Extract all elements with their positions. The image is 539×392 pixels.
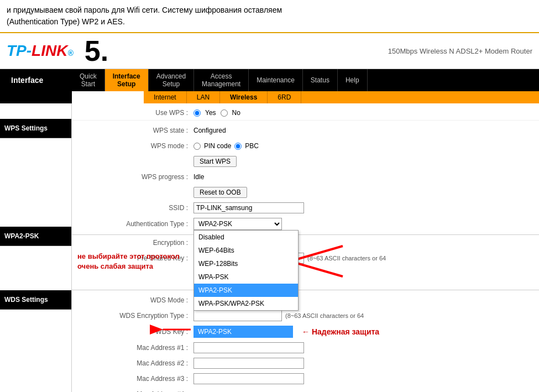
sub-nav-lan[interactable]: LAN — [187, 91, 220, 103]
wps-mode-pbc-radio[interactable] — [234, 143, 242, 150]
pre-shared-key-hint: (8~63 ASCII characters or 64 — [307, 255, 386, 262]
auth-type-value: Disabled WEP-64Bits WEP-128Bits WPA-PSK … — [193, 218, 282, 230]
mac3-row: Mac Address #3 : — [72, 371, 539, 386]
mac1-input[interactable] — [193, 342, 304, 353]
mac1-row: Mac Address #1 : — [72, 340, 539, 356]
dropdown-option-wep64[interactable]: WEP-64Bits — [194, 244, 298, 257]
use-wps-row: Use WPS : Yes No — [72, 106, 539, 121]
wps-progress-value: Idle — [193, 173, 204, 181]
encryption-label: Encryption : — [83, 239, 193, 247]
wps-progress-row: WPS progress : Idle — [72, 169, 539, 185]
tp-link-logo: TP-LINK® — [7, 42, 74, 60]
sub-nav-spacer — [0, 91, 72, 103]
sub-nav-internet[interactable]: Internet — [144, 91, 187, 103]
nav-item-access-management[interactable]: Access Management — [194, 69, 249, 91]
warning-annotation: не выбирайте этот протокол очень слабая … — [77, 252, 180, 271]
nav-item-maintenance[interactable]: Maintenance — [249, 69, 303, 91]
nav-item-help[interactable]: Help — [338, 69, 368, 91]
dropdown-option-both[interactable]: WPA-PSK/WPA2-PSK — [194, 297, 298, 310]
mac3-label: Mac Address #3 : — [83, 375, 193, 383]
wps-section: WPS state : Configured WPS mode : PIN co… — [72, 121, 539, 235]
wps-state-value: Configured — [193, 127, 226, 134]
wds-enc-type-row: WDS Encryption Type : (8~63 ASCII charac… — [72, 308, 539, 323]
start-wps-button[interactable]: Start WPS — [193, 156, 237, 167]
content-area: WPS Settings WPA2-PSK WDS Settings Use W… — [0, 103, 539, 392]
wds-mode-label: WDS Mode : — [83, 296, 193, 304]
mac2-row: Mac Address #2 : — [72, 356, 539, 371]
wds-enc-type-label: WDS Encryption Type : — [83, 312, 193, 320]
sub-nav: Internet LAN Wireless 6RD — [144, 91, 539, 103]
nav-bar: Interface Quick Start Interface Setup Ad… — [0, 69, 539, 91]
wps-mode-value: PIN code PBC — [193, 142, 259, 150]
mac3-input[interactable] — [193, 373, 304, 384]
use-wps-value: Yes No — [193, 109, 240, 117]
use-wps-yes-label: Yes — [205, 109, 216, 117]
ssid-row: SSID : — [72, 200, 539, 216]
wds-section: WDS Mode : WDS Encryption Type : (8~63 A… — [72, 290, 539, 392]
mac4-row: Mac Address #4 : 00.00.00.00.00.00 — [72, 386, 539, 392]
wps-mode-pin-radio[interactable] — [193, 143, 201, 150]
main-content: Use WPS : Yes No WPS state : Configured … — [72, 103, 539, 392]
reliable-annotation: ← Надежная защита — [302, 327, 379, 336]
top-text-line1: и придумываем свой пароль для Wifi сети.… — [7, 4, 532, 16]
nav-item-interface-setup[interactable]: Interface Setup — [105, 69, 149, 91]
wps-state-label: WPS state : — [83, 127, 193, 134]
sidebar-wds-settings: WDS Settings — [0, 290, 71, 310]
mac2-input[interactable] — [193, 358, 304, 369]
nav-items: Quick Start Interface Setup Advanced Set… — [72, 69, 539, 91]
nav-item-status[interactable]: Status — [303, 69, 338, 91]
sidebar-wps-settings: WPS Settings — [0, 119, 71, 138]
wpa2-section: не выбирайте этот протокол очень слабая … — [72, 235, 539, 290]
ssid-input[interactable] — [193, 202, 304, 213]
mac2-label: Mac Address #2 : — [83, 359, 193, 367]
wds-key-value: WPA2-PSK ← Надежная защита — [193, 326, 379, 338]
wds-enc-type-value: (8~63 ASCII characters or 64 — [193, 310, 364, 321]
dropdown-option-wpapsk[interactable]: WPA-PSK — [194, 270, 298, 284]
top-text: и придумываем свой пароль для Wifi сети.… — [0, 0, 539, 33]
wps-mode-label: WPS mode : — [83, 142, 193, 150]
sidebar: WPS Settings WPA2-PSK WDS Settings — [0, 103, 72, 392]
wps-mode-pbc-label: PBC — [245, 142, 259, 150]
reset-oob-row: Reset to OOB — [72, 185, 539, 200]
top-text-line2: (Authentication Type) WP2 и AES. — [7, 16, 532, 28]
wpa2-psk-selected-option[interactable]: WPA2-PSK — [193, 326, 293, 338]
auth-type-select[interactable]: Disabled WEP-64Bits WEP-128Bits WPA-PSK … — [193, 218, 282, 230]
auth-type-label: Authentication Type : — [83, 220, 193, 228]
step-number: 5. — [85, 36, 108, 65]
nav-item-quick-start[interactable]: Quick Start — [72, 69, 105, 91]
wds-key-label: WDS Key : — [83, 328, 193, 336]
mac4-value: 00.00.00.00.00.00 — [193, 390, 252, 393]
wds-mode-row: WDS Mode : — [72, 292, 539, 308]
encryption-row: Encryption : — [72, 235, 539, 250]
use-wps-no-label: No — [232, 109, 240, 117]
sub-nav-wrapper: Internet LAN Wireless 6RD — [0, 91, 539, 103]
wps-state-row: WPS state : Configured — [72, 123, 539, 138]
sub-nav-wireless[interactable]: Wireless — [220, 91, 268, 103]
nav-item-advanced-setup[interactable]: Advanced Setup — [149, 69, 194, 91]
use-wps-label: Use WPS : — [83, 109, 193, 117]
wds-enc-type-input[interactable] — [193, 310, 282, 321]
dropdown-option-disabled[interactable]: Disabled — [194, 231, 298, 244]
dropdown-option-wpa2psk[interactable]: WPA2-PSK — [194, 284, 298, 297]
wds-key-row: WDS Key : WPA2-PSK ← Надежная защита — [72, 323, 539, 340]
dropdown-open: Disabled WEP-64Bits WEP-128Bits WPA-PSK … — [193, 230, 299, 311]
use-wps-no-radio[interactable] — [221, 109, 228, 117]
nav-interface-label: Interface — [0, 69, 72, 91]
wps-mode-row: WPS mode : PIN code PBC — [72, 138, 539, 154]
start-wps-row: Start WPS — [72, 154, 539, 169]
auth-type-row: Authentication Type : Disabled WEP-64Bit… — [72, 216, 539, 232]
wds-enc-type-hint: (8~63 ASCII characters or 64 — [285, 312, 364, 319]
reset-to-oob-button[interactable]: Reset to OOB — [193, 187, 247, 198]
wps-mode-pin-label: PIN code — [204, 142, 231, 150]
wps-progress-label: WPS progress : — [83, 173, 193, 181]
use-wps-yes-radio[interactable] — [193, 109, 201, 117]
ssid-label: SSID : — [83, 204, 193, 212]
device-name: 150Mbps Wireless N ADSL2+ Modem Router — [388, 47, 532, 55]
header: TP-LINK® 5. 150Mbps Wireless N ADSL2+ Mo… — [0, 33, 539, 69]
ssid-value — [193, 202, 304, 213]
mac1-label: Mac Address #1 : — [83, 344, 193, 352]
sidebar-wpa2-psk: WPA2-PSK — [0, 227, 71, 246]
dropdown-option-wep128[interactable]: WEP-128Bits — [194, 257, 298, 270]
sub-nav-6rd[interactable]: 6RD — [268, 91, 301, 103]
